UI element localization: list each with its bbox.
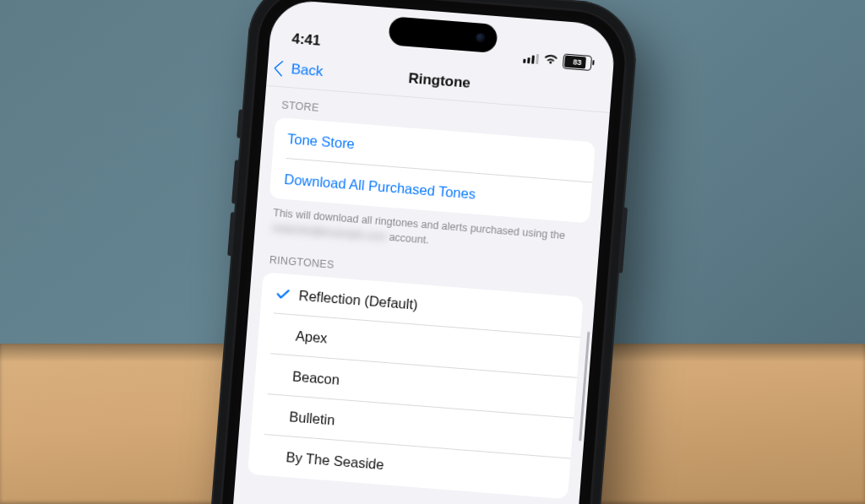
- ringtone-label: Apex: [295, 328, 328, 346]
- status-right: 83: [523, 51, 592, 71]
- cellular-signal-icon: [523, 53, 539, 64]
- checkmark-icon: [275, 286, 291, 302]
- screen: 4:41 83 Back: [215, 0, 617, 504]
- back-label: Back: [291, 61, 324, 80]
- phone: 4:41 83 Back: [201, 0, 631, 504]
- ringtone-label: Reflection (Default): [298, 287, 418, 312]
- tone-store-label: Tone Store: [287, 131, 356, 152]
- ringtone-label: Beacon: [291, 368, 340, 387]
- ringtones-group: Reflection (Default) Apex Beacon Bulleti…: [248, 273, 584, 500]
- scroll-indicator[interactable]: [579, 332, 590, 442]
- phone-body: 4:41 83 Back: [201, 0, 631, 504]
- status-time: 4:41: [291, 30, 321, 50]
- download-all-label: Download All Purchased Tones: [284, 171, 476, 202]
- ringtone-label: By The Seaside: [286, 449, 384, 473]
- scene-photo: 4:41 83 Back: [0, 0, 865, 504]
- page-title: Ringtone: [408, 70, 471, 92]
- store-footer-suffix: account.: [386, 231, 430, 247]
- ringtone-label: Bulletin: [289, 409, 335, 428]
- battery-icon: 83: [563, 53, 592, 71]
- chevron-left-icon: [274, 60, 291, 77]
- wifi-icon: [543, 53, 558, 67]
- battery-percent: 83: [563, 54, 591, 69]
- settings-content[interactable]: STORE Tone Store Download All Purchased …: [215, 83, 610, 504]
